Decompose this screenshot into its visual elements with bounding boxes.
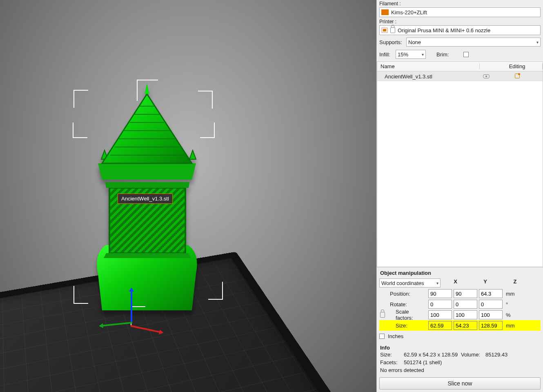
viewport-3d[interactable]: ORIGINAL PRUSA MINI	[0, 0, 376, 392]
inches-label: Inches	[386, 333, 403, 339]
object-manipulation-panel: Object manipulation World coordinates ▾ …	[377, 267, 543, 343]
info-facets-value: 501274 (1 shell)	[404, 359, 540, 365]
bbox-corner	[73, 286, 88, 304]
brim-label: Brim:	[436, 51, 461, 58]
coord-mode-selector[interactable]: World coordinates ▾	[379, 278, 441, 287]
model-tooltip: AncientWell_v1.3.stl	[118, 194, 173, 204]
build-plate	[0, 204, 367, 392]
filament-selector[interactable]: Kims-220+ZLift	[379, 7, 541, 17]
info-size-value: 62.59 x 54.23 x 128.59	[404, 352, 461, 358]
object-list: Name Editing AncientWell_v1.3.stl	[377, 61, 543, 267]
list-header-name[interactable]: Name	[377, 63, 480, 69]
info-panel: Info Size: 62.59 x 54.23 x 128.59 Volume…	[377, 343, 543, 375]
scale-x-input[interactable]	[428, 310, 452, 319]
size-label: Size:	[387, 323, 427, 329]
scale-label: Scale factors:	[387, 309, 427, 321]
position-z-input[interactable]	[479, 289, 503, 298]
rotate-z-input[interactable]	[479, 300, 503, 309]
rotate-label: Rotate:	[387, 301, 427, 307]
object-name: AncientWell_v1.3.stl	[377, 74, 480, 80]
axis-header-y: Y	[470, 278, 500, 287]
size-y-input[interactable]	[454, 321, 477, 330]
bbox-corner	[200, 122, 215, 138]
scale-z-input[interactable]	[479, 310, 503, 319]
info-errors: No errors detected	[380, 365, 540, 373]
bbox-corner	[73, 90, 88, 108]
position-unit: mm	[504, 291, 515, 297]
list-header-editing[interactable]: Editing	[492, 63, 543, 69]
rotate-x-input[interactable]	[428, 300, 452, 309]
position-y-input[interactable]	[454, 289, 477, 298]
size-unit: mm	[504, 323, 515, 329]
bbox-corner	[73, 122, 87, 138]
info-volume-label: Volume:	[461, 352, 485, 358]
bbox-corner	[208, 282, 223, 300]
supports-selector[interactable]: None ▾	[406, 38, 541, 47]
rotate-y-input[interactable]	[454, 300, 477, 309]
bbox-corner	[137, 80, 158, 101]
infill-label: Infill:	[379, 51, 393, 58]
size-z-input[interactable]	[479, 321, 503, 330]
chevron-down-icon: ▾	[436, 281, 438, 285]
rotate-unit: °	[504, 301, 515, 307]
bbox-corner	[131, 306, 145, 327]
info-size-label: Size:	[380, 352, 404, 358]
axis-header-x: X	[441, 278, 470, 287]
infill-selector[interactable]: 15% ▾	[396, 50, 426, 59]
supports-label: Supports:	[379, 39, 404, 45]
printer-selector[interactable]: Original Prusa MINI & MINI+ 0.6 nozzle	[379, 25, 541, 35]
side-panel: Filament : Kims-220+ZLift Printer : Orig…	[376, 0, 543, 392]
manip-title: Object manipulation	[379, 270, 541, 278]
brim-checkbox[interactable]	[463, 52, 469, 57]
filament-label: Filament :	[377, 0, 543, 7]
svg-rect-11	[383, 29, 386, 31]
printer-label: Printer :	[377, 18, 543, 24]
axis-header-z: Z	[500, 278, 530, 287]
size-x-input[interactable]	[428, 321, 452, 330]
filament-swatch-icon	[381, 9, 389, 15]
eye-icon[interactable]	[483, 74, 490, 78]
info-facets-label: Facets:	[380, 359, 404, 365]
position-x-input[interactable]	[428, 289, 452, 298]
position-label: Position:	[387, 291, 427, 297]
info-title: Info	[380, 345, 540, 352]
edit-icon[interactable]	[515, 74, 520, 78]
chevron-down-icon: ▾	[422, 52, 424, 57]
lock-icon	[390, 27, 395, 33]
printer-name: Original Prusa MINI & MINI+ 0.6 nozzle	[398, 27, 490, 33]
chevron-down-icon: ▾	[536, 40, 539, 45]
filament-name: Kims-220+ZLift	[391, 9, 427, 16]
scale-y-input[interactable]	[454, 310, 477, 319]
info-volume-value: 85129.43	[485, 352, 540, 358]
lock-icon[interactable]	[380, 312, 385, 318]
printer-profile-icon	[381, 27, 388, 33]
inches-checkbox[interactable]	[379, 334, 385, 339]
bbox-corner	[198, 91, 213, 109]
slice-now-button[interactable]: Slice now	[379, 377, 541, 390]
list-item[interactable]: AncientWell_v1.3.stl	[377, 71, 543, 81]
scale-unit: %	[504, 312, 515, 318]
